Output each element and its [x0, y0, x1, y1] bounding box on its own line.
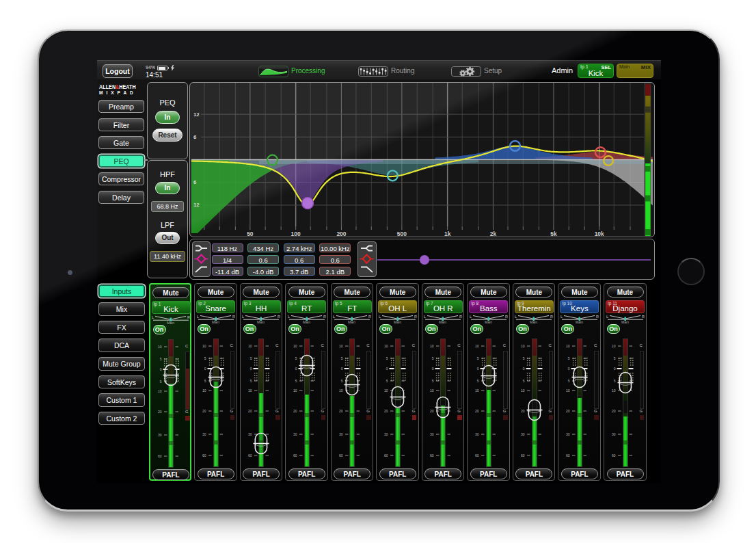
- svg-text:R: R: [505, 315, 508, 319]
- svg-text:2k: 2k: [490, 230, 497, 237]
- svg-text:L: L: [288, 315, 290, 319]
- svg-text:60: 60: [612, 453, 616, 458]
- svg-text:30: 30: [612, 432, 616, 436]
- svg-text:60: 60: [521, 453, 525, 458]
- svg-text:5: 5: [340, 356, 342, 360]
- svg-text:Main: Main: [212, 320, 219, 324]
- svg-text:R: R: [232, 315, 235, 319]
- svg-text:0: 0: [159, 367, 161, 371]
- svg-text:Main: Main: [439, 320, 446, 324]
- svg-text:5: 5: [614, 379, 616, 383]
- svg-text:10k: 10k: [595, 230, 604, 237]
- svg-text:10: 10: [339, 388, 343, 393]
- svg-text:30: 30: [157, 433, 161, 437]
- svg-text:60: 60: [384, 453, 388, 458]
- svg-text:L: L: [470, 315, 472, 319]
- svg-text:30: 30: [384, 432, 388, 436]
- svg-text:50: 50: [247, 230, 254, 237]
- svg-text:60: 60: [293, 453, 297, 458]
- svg-text:30: 30: [248, 432, 252, 436]
- svg-text:L: L: [333, 315, 335, 319]
- svg-text:500: 500: [397, 230, 407, 237]
- svg-text:Main: Main: [167, 321, 174, 325]
- svg-text:20: 20: [521, 409, 525, 413]
- svg-text:5: 5: [295, 356, 297, 360]
- svg-text:L: L: [561, 315, 563, 319]
- svg-text:5: 5: [204, 379, 206, 383]
- svg-text:5: 5: [386, 379, 388, 383]
- svg-text:20: 20: [475, 409, 479, 413]
- svg-text:5: 5: [159, 357, 161, 361]
- svg-text:6: 6: [193, 179, 197, 185]
- svg-text:0: 0: [432, 367, 434, 371]
- svg-text:5: 5: [386, 356, 388, 360]
- svg-text:30: 30: [521, 432, 525, 436]
- svg-text:0: 0: [340, 367, 342, 371]
- svg-text:20: 20: [566, 409, 570, 413]
- svg-text:0: 0: [568, 367, 570, 371]
- svg-text:10: 10: [293, 388, 297, 393]
- svg-text:Main: Main: [530, 320, 537, 324]
- svg-text:10: 10: [202, 344, 206, 348]
- svg-text:5k: 5k: [550, 230, 557, 237]
- svg-text:Main: Main: [394, 320, 401, 324]
- svg-text:12: 12: [193, 202, 200, 208]
- svg-text:20: 20: [157, 410, 161, 414]
- svg-text:10: 10: [339, 344, 343, 348]
- svg-text:10: 10: [475, 344, 479, 348]
- svg-text:6: 6: [193, 134, 197, 140]
- svg-text:R: R: [459, 315, 462, 319]
- svg-text:20: 20: [612, 409, 616, 413]
- svg-text:0: 0: [523, 367, 525, 371]
- svg-text:30: 30: [430, 432, 434, 436]
- svg-text:10: 10: [248, 344, 252, 348]
- svg-text:30: 30: [566, 432, 570, 436]
- svg-text:30: 30: [293, 432, 297, 436]
- svg-text:L: L: [606, 315, 608, 319]
- svg-text:5: 5: [249, 356, 252, 360]
- svg-text:R: R: [414, 315, 417, 319]
- svg-text:10: 10: [202, 388, 206, 393]
- svg-text:5: 5: [523, 379, 525, 383]
- svg-text:10: 10: [566, 344, 570, 348]
- svg-text:L: L: [379, 315, 381, 319]
- svg-text:60: 60: [566, 453, 570, 458]
- svg-text:20: 20: [384, 409, 388, 413]
- svg-text:20: 20: [248, 409, 252, 413]
- svg-text:30: 30: [202, 432, 206, 436]
- svg-text:L: L: [515, 315, 517, 319]
- svg-text:5: 5: [204, 356, 206, 360]
- svg-text:10: 10: [157, 389, 161, 393]
- svg-text:10: 10: [521, 388, 525, 393]
- svg-text:5: 5: [340, 379, 342, 383]
- svg-text:Main: Main: [621, 320, 629, 324]
- svg-text:L: L: [197, 315, 199, 319]
- svg-text:5: 5: [568, 379, 570, 383]
- svg-text:200: 200: [336, 230, 346, 237]
- svg-text:5: 5: [432, 356, 434, 360]
- svg-text:R: R: [323, 315, 326, 319]
- svg-text:5: 5: [523, 356, 525, 360]
- svg-text:10: 10: [384, 344, 388, 348]
- svg-text:5: 5: [295, 379, 297, 383]
- svg-text:L: L: [152, 315, 154, 319]
- svg-text:1k: 1k: [444, 230, 451, 237]
- svg-text:5: 5: [568, 356, 570, 360]
- svg-text:Main: Main: [303, 320, 310, 324]
- svg-text:10: 10: [566, 388, 570, 393]
- svg-text:L: L: [242, 315, 244, 319]
- svg-text:60: 60: [475, 453, 479, 458]
- svg-text:R: R: [278, 315, 280, 319]
- svg-text:60: 60: [339, 453, 343, 458]
- svg-text:R: R: [596, 315, 599, 319]
- svg-text:5: 5: [249, 379, 252, 383]
- svg-text:60: 60: [202, 453, 206, 458]
- svg-text:0: 0: [614, 367, 616, 371]
- svg-text:30: 30: [475, 432, 479, 436]
- svg-text:10: 10: [384, 388, 388, 393]
- svg-text:20: 20: [339, 409, 343, 413]
- svg-text:5: 5: [432, 379, 434, 383]
- svg-text:5: 5: [477, 356, 479, 360]
- svg-text:60: 60: [248, 453, 252, 458]
- svg-text:0: 0: [249, 367, 252, 371]
